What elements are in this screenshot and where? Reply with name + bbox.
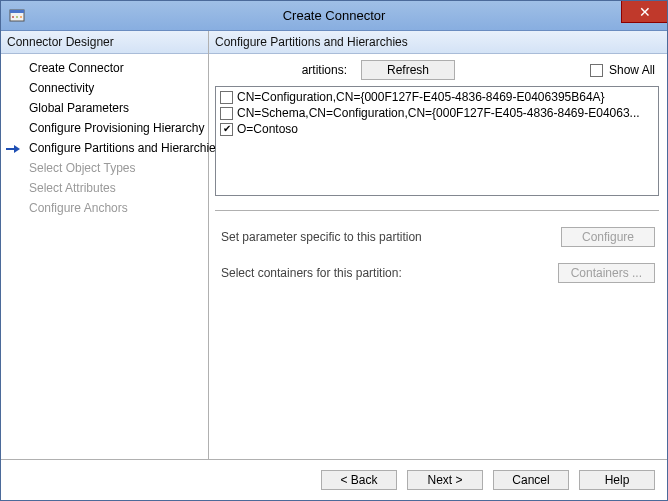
- show-all-checkbox-row[interactable]: Show All: [586, 63, 659, 77]
- nav-select-object-types: Select Object Types: [1, 158, 208, 178]
- list-item-checkbox[interactable]: ✔: [220, 123, 233, 136]
- list-item[interactable]: ✔ O=Contoso: [218, 121, 656, 137]
- show-all-label: Show All: [609, 63, 655, 77]
- next-button[interactable]: Next >: [407, 470, 483, 490]
- sidebar-header: Connector Designer: [1, 31, 208, 54]
- window-body: Connector Designer Create Connector Conn…: [1, 31, 667, 459]
- cancel-button[interactable]: Cancel: [493, 470, 569, 490]
- partitions-listbox[interactable]: CN=Configuration,CN={000F127F-E405-4836-…: [215, 86, 659, 196]
- svg-marker-6: [14, 145, 20, 153]
- partitions-toolbar: artitions: Refresh Show All: [215, 60, 659, 80]
- back-button[interactable]: < Back: [321, 470, 397, 490]
- sidebar: Connector Designer Create Connector Conn…: [1, 31, 209, 459]
- select-containers-label: Select containers for this partition:: [221, 266, 550, 280]
- list-item-label: O=Contoso: [237, 122, 298, 136]
- nav-create-connector[interactable]: Create Connector: [1, 58, 208, 78]
- svg-point-2: [12, 16, 14, 18]
- refresh-button[interactable]: Refresh: [361, 60, 455, 80]
- window-frame: Create Connector ✕ Connector Designer Cr…: [0, 0, 668, 501]
- section-divider: [215, 210, 659, 211]
- checkmark-icon: ✔: [223, 124, 231, 134]
- nav-configure-provisioning-hierarchy[interactable]: Configure Provisioning Hierarchy: [1, 118, 208, 138]
- help-button[interactable]: Help: [579, 470, 655, 490]
- list-item-label: CN=Configuration,CN={000F127F-E405-4836-…: [237, 90, 605, 104]
- list-item-label: CN=Schema,CN=Configuration,CN={000F127F-…: [237, 106, 640, 120]
- main-panel: Configure Partitions and Hierarchies art…: [209, 31, 667, 459]
- nav-connectivity[interactable]: Connectivity: [1, 78, 208, 98]
- show-all-checkbox[interactable]: [590, 64, 603, 77]
- window-title: Create Connector: [1, 8, 667, 23]
- close-button[interactable]: ✕: [621, 1, 667, 23]
- current-step-arrow-icon: [5, 143, 21, 153]
- svg-point-3: [16, 16, 18, 18]
- sidebar-nav: Create Connector Connectivity Global Par…: [1, 54, 208, 459]
- list-item-checkbox[interactable]: [220, 107, 233, 120]
- main-header: Configure Partitions and Hierarchies: [209, 31, 667, 54]
- nav-label: Configure Partitions and Hierarchies: [29, 141, 222, 155]
- list-item[interactable]: CN=Configuration,CN={000F127F-E405-4836-…: [218, 89, 656, 105]
- main-content: artitions: Refresh Show All CN=Configura…: [209, 54, 667, 459]
- containers-button: Containers ...: [558, 263, 655, 283]
- nav-select-attributes: Select Attributes: [1, 178, 208, 198]
- app-icon: [9, 8, 25, 24]
- wizard-footer: < Back Next > Cancel Help: [1, 459, 667, 500]
- titlebar: Create Connector ✕: [1, 1, 667, 31]
- close-icon: ✕: [639, 4, 651, 20]
- configure-button: Configure: [561, 227, 655, 247]
- list-item[interactable]: CN=Schema,CN=Configuration,CN={000F127F-…: [218, 105, 656, 121]
- select-containers-row: Select containers for this partition: Co…: [221, 263, 655, 283]
- svg-rect-1: [10, 10, 24, 13]
- list-item-checkbox[interactable]: [220, 91, 233, 104]
- svg-point-4: [20, 16, 22, 18]
- nav-configure-anchors: Configure Anchors: [1, 198, 208, 218]
- param-specific-row: Set parameter specific to this partition…: [221, 227, 655, 247]
- param-specific-label: Set parameter specific to this partition: [221, 230, 553, 244]
- nav-global-parameters[interactable]: Global Parameters: [1, 98, 208, 118]
- partitions-label: artitions:: [215, 63, 355, 77]
- nav-configure-partitions-hierarchies[interactable]: Configure Partitions and Hierarchies: [1, 138, 208, 158]
